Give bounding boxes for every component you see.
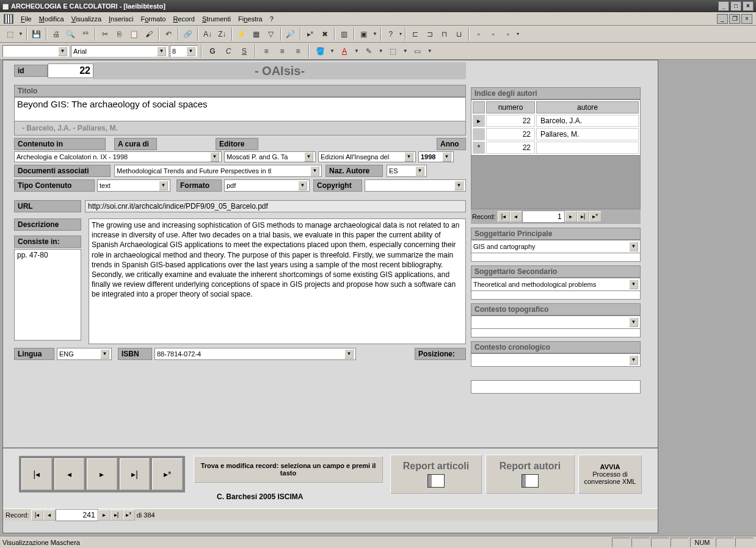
frm-prev-button[interactable]: ◂ [43,510,56,521]
posizione-field[interactable] [471,380,641,394]
underline-button[interactable]: S [237,44,252,59]
menu-modifica[interactable]: Modifica [35,15,68,23]
size-combo[interactable]: 8▼ [170,45,198,57]
link-icon[interactable]: 🔗 [181,27,195,41]
italic-button[interactable]: C [221,44,236,59]
bignav-new-button[interactable]: ▸* [152,458,183,490]
sort-asc-icon[interactable]: A↓ [200,27,215,41]
menu-help[interactable]: ? [266,15,277,23]
mdi-close-button[interactable]: × [741,14,752,24]
filter-sel-icon[interactable]: ⚡ [234,27,249,41]
font-combo[interactable]: Arial▼ [71,45,169,57]
filter-form-icon[interactable]: ▦ [249,27,264,41]
align-b-icon[interactable]: ⊔ [452,27,467,41]
nav-new-button[interactable]: ▸* [589,211,602,222]
sogg2-select[interactable]: Theoretical and methodological problems▼ [471,278,641,291]
preview-icon[interactable]: 🔍 [64,27,78,41]
menu-formato[interactable]: Formato [137,15,169,23]
close-button[interactable]: × [743,1,754,11]
paste-icon[interactable]: 📋 [127,27,142,41]
frm-next-button[interactable]: ▸ [98,510,111,521]
bignav-next-button[interactable]: ▸ [87,458,117,490]
consiste-field[interactable]: pp. 47-80 [14,249,81,341]
titolo-field[interactable]: Beyond GIS: The archaeology of social sp… [14,97,466,121]
new-object-drop[interactable]: ▼ [371,31,379,37]
table-row[interactable]: ▸22Barcelo, J.A. [473,115,639,127]
format-painter-icon[interactable]: 🖌 [142,27,156,41]
acura-select[interactable]: Moscati P. and G. Ta▼ [224,151,316,162]
bold-button[interactable]: G [205,44,220,59]
crono-select[interactable]: ▼ [471,353,641,367]
lingua-select[interactable]: ENG▼ [57,348,112,360]
table-row[interactable]: 22Pallares, M. [473,128,639,140]
sort-desc-icon[interactable]: Z↓ [215,27,230,41]
font-color-icon[interactable]: A [337,44,352,59]
fill-color-icon[interactable]: 🪣 [313,44,327,59]
nav-prev-button[interactable]: ◂ [510,211,522,222]
bignav-prev-button[interactable]: ◂ [54,458,85,490]
db-window-icon[interactable]: ▥ [337,27,352,41]
view-drop[interactable]: ▼ [17,31,24,37]
align-r-icon[interactable]: ⊐ [423,27,437,41]
copy-icon[interactable]: ⎘ [112,27,127,41]
minimize-button[interactable]: _ [718,1,729,11]
style-combo[interactable]: ▼ [2,45,70,57]
frm-first-button[interactable]: |◂ [31,510,43,521]
filter-toggle-icon[interactable]: ▽ [264,27,278,41]
tipocont-select[interactable]: text▼ [97,179,170,192]
align-left-icon[interactable]: ≡ [259,44,274,59]
frm-last-button[interactable]: ▸| [111,510,123,521]
find-icon[interactable]: 🔎 [283,27,298,41]
numero-header[interactable]: numero [486,101,535,114]
topo-extra[interactable] [471,329,641,337]
descr-field[interactable]: The growing use and increasing sophistic… [89,218,466,344]
frm-new-button[interactable]: ▸* [123,510,135,521]
menu-file[interactable]: File [17,15,35,23]
avvia-button[interactable]: AVVIA Processo di conversione XML [578,455,642,494]
border-icon[interactable]: ⬚ [386,44,401,59]
grp1-icon[interactable]: ▫ [471,27,486,41]
contenuto-select[interactable]: Archeologia e Calcolatori n. IX - 1998▼ [14,151,222,162]
frm-record-field[interactable]: 241 [56,509,98,521]
mdi-restore-button[interactable]: ❐ [729,14,740,24]
align-center-icon[interactable]: ≡ [275,44,289,59]
url-field[interactable]: http://soi.cnr.it/archcalc/indice/PDF9/0… [85,200,466,212]
menu-strumenti[interactable]: Strumenti [198,15,234,23]
line-color-icon[interactable]: ✎ [362,44,376,59]
naz-select[interactable]: ES▼ [387,165,427,177]
view-icon[interactable]: ⬚ [2,27,17,41]
help-icon[interactable]: ? [383,27,398,41]
report-autori-button[interactable]: Report autori [485,455,575,494]
new-record-icon[interactable]: ▸* [303,27,318,41]
bignav-first-button[interactable]: |◂ [21,458,52,490]
spell-icon[interactable]: ᵃᵇ [78,27,93,41]
menu-visualizza[interactable]: Visualizza [68,15,105,23]
isbn-select[interactable]: 88-7814-072-4▼ [154,348,356,360]
print-icon[interactable]: 🖨 [49,27,64,41]
special-icon[interactable]: ▭ [410,44,425,59]
sogg1-extra[interactable] [471,253,641,262]
nav-last-button[interactable]: ▸| [577,211,589,222]
sogg2-extra[interactable] [471,291,641,300]
align-l-icon[interactable]: ⊏ [408,27,423,41]
trova-button[interactable]: Trova e modifica record: seleziona un ca… [194,456,383,483]
align-right-icon[interactable]: ≡ [291,44,305,59]
menu-inserisci[interactable]: Inserisci [105,15,137,23]
anno-select[interactable]: 1998▼ [418,151,454,162]
maximize-button[interactable]: □ [730,1,741,11]
nav-first-button[interactable]: |◂ [498,211,510,222]
autore-header[interactable]: autore [536,101,639,114]
nav-next-button[interactable]: ▸ [565,211,577,222]
id-field[interactable]: 22 [48,63,93,78]
undo-icon[interactable]: ↶ [161,27,176,41]
table-row[interactable]: *22 [473,142,639,154]
report-articoli-button[interactable]: Report articoli [390,455,482,494]
record-number-field[interactable]: 1 [522,211,565,223]
sogg1-select[interactable]: GIS and cartography▼ [471,240,641,253]
docass-select[interactable]: Methodological Trends and Future Perspec… [114,165,322,177]
help-drop[interactable]: ▾ [398,31,403,37]
grp-drop[interactable]: ▾ [515,31,520,37]
delete-record-icon[interactable]: ✖ [318,27,332,41]
editore-select[interactable]: Edizioni All'Insegna del▼ [318,151,416,162]
bignav-last-button[interactable]: ▸| [120,458,150,490]
